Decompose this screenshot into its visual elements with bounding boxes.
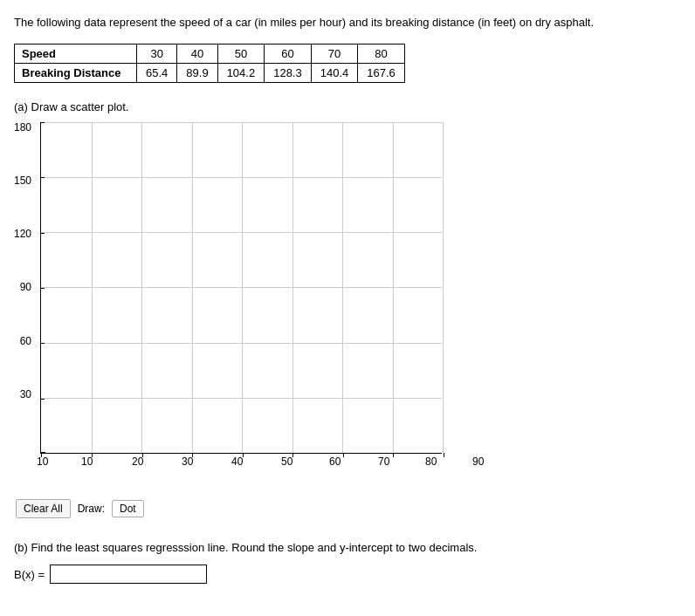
grid-v-40 [192, 122, 193, 453]
speed-30: 30 [137, 44, 177, 63]
speed-70: 70 [311, 44, 358, 63]
part-b-section: (b) Find the least squares regresssion l… [14, 539, 681, 585]
grid-plot-area[interactable] [40, 122, 442, 454]
x-label-50: 40 [231, 455, 243, 468]
y-axis-labels: 180 150 120 90 60 30 0 [14, 122, 31, 454]
y-label-90: 90 [20, 282, 31, 292]
draw-mode-selector[interactable]: Dot [112, 500, 144, 517]
grid-v-30 [141, 122, 142, 453]
dist-128: 128.3 [265, 63, 312, 82]
bx-input[interactable] [50, 565, 207, 584]
chart-area: 180 150 120 90 60 30 0 [40, 122, 681, 489]
x-label-100: 90 [472, 455, 484, 468]
dist-140: 140.4 [311, 63, 358, 82]
x-label-60: 50 [281, 455, 292, 468]
clear-all-button[interactable]: Clear All [16, 499, 71, 518]
y-label-180: 180 [14, 122, 31, 133]
grid-v-90 [443, 122, 444, 453]
speed-50: 50 [217, 44, 265, 63]
bx-row: B(x) = [14, 565, 681, 584]
y-label-60: 60 [20, 336, 31, 346]
speed-80: 80 [358, 44, 405, 63]
dist-65: 65.4 [137, 63, 177, 82]
part-a-label: (a) Draw a scatter plot. [14, 100, 681, 113]
y-label-150: 150 [14, 175, 31, 186]
distance-label: Breaking Distance [15, 63, 137, 82]
x-label-80: 70 [378, 455, 389, 468]
grid-v-70 [342, 122, 343, 453]
x-label-20: 10 [81, 455, 93, 468]
grid-v-60 [292, 122, 293, 453]
x-label-70: 60 [329, 455, 341, 468]
y-label-30: 30 [20, 389, 31, 400]
dist-167: 167.6 [358, 63, 405, 82]
part-b-label: (b) Find the least squares regresssion l… [14, 539, 681, 557]
draw-label: Draw: [78, 503, 105, 515]
intro-text: The following data represent the speed o… [14, 14, 681, 31]
dist-104: 104.2 [217, 63, 265, 82]
bx-prefix: B(x) = [14, 568, 45, 581]
data-table: Speed 30 40 50 60 70 80 Breaking Distanc… [14, 44, 405, 83]
speed-60: 60 [265, 44, 312, 63]
grid-v-50 [242, 122, 243, 453]
controls-row: Clear All Draw: Dot [16, 499, 681, 518]
speed-label: Speed [15, 44, 137, 63]
speed-40: 40 [177, 44, 217, 63]
dist-89: 89.9 [177, 63, 217, 82]
chart-container: 180 150 120 90 60 30 0 [40, 122, 468, 489]
tick-y-0 [41, 452, 45, 453]
grid-v-20 [92, 122, 93, 453]
y-label-120: 120 [14, 229, 31, 239]
grid-v-80 [393, 122, 394, 453]
x-label-90: 80 [425, 455, 437, 468]
x-label-30: 20 [132, 455, 143, 468]
x-label-10-origin: 10 [37, 455, 48, 468]
x-label-40: 30 [182, 455, 193, 468]
